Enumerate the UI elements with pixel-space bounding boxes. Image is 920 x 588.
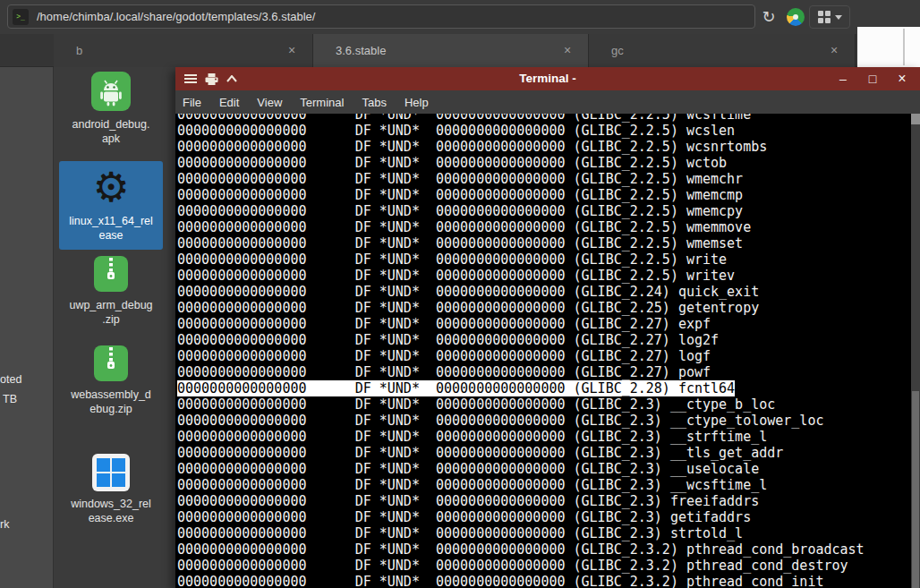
file-label: webassembly_d ebug.zip	[57, 388, 165, 416]
terminal-line: 0000000000000000 DF *UND* 00000000000000…	[177, 574, 911, 588]
menu-edit[interactable]: Edit	[219, 96, 239, 109]
menu-help[interactable]: Help	[405, 96, 429, 109]
terminal-line: 0000000000000000 DF *UND* 00000000000000…	[177, 525, 911, 541]
zip-archive-icon	[91, 344, 131, 383]
tab-3-6-stable[interactable]: 3.6.stable ×	[313, 34, 589, 67]
terminal-line: 0000000000000000 DF *UND* 00000000000000…	[177, 268, 911, 284]
terminal-window-title: Terminal -	[175, 67, 920, 90]
terminal-line: 0000000000000000 DF *UND* 00000000000000…	[177, 251, 911, 268]
terminal-line: 0000000000000000 DF *UND* 00000000000000…	[177, 348, 911, 364]
file-manager-toolbar: >_ ↻	[0, 0, 920, 34]
maximize-button[interactable]: □	[864, 70, 882, 88]
file-label: uwp_arm_debug .zip	[57, 298, 165, 327]
menu-terminal[interactable]: Terminal	[300, 96, 344, 109]
terminal-line: 0000000000000000 DF *UND* 00000000000000…	[177, 332, 911, 348]
tab-label: gc	[611, 44, 624, 57]
background-window-scrollbar	[903, 29, 905, 65]
file-item-linux-x11-64-release[interactable]: linux_x11_64_rel ease	[59, 161, 163, 250]
tab-b[interactable]: b ×	[54, 34, 313, 67]
windows-logo-icon	[91, 453, 131, 492]
window-controls: – □ ×	[834, 67, 911, 90]
desktop-label-fragment: rk	[0, 518, 9, 531]
file-label: android_debug. apk	[57, 117, 165, 146]
terminal-line: 0000000000000000 DF *UND* 00000000000000…	[177, 558, 911, 574]
tab-label: 3.6.stable	[336, 44, 386, 57]
terminal-line: 0000000000000000 DF *UND* 00000000000000…	[177, 316, 911, 332]
tab-close-icon[interactable]: ×	[284, 42, 300, 58]
terminal-output-area: 0000000000000000 DF *UND* 00000000000000…	[175, 114, 911, 588]
terminal-line: 0000000000000000 DF *UND* 00000000000000…	[177, 114, 911, 123]
file-item-android-debug-apk[interactable]: android_debug. apk	[57, 70, 165, 146]
refresh-button[interactable]: ↻	[757, 5, 780, 29]
disk-usage-button[interactable]	[784, 5, 807, 29]
terminal-line: 0000000000000000 DF *UND* 00000000000000…	[177, 477, 911, 493]
terminal-line: 0000000000000000 DF *UND* 00000000000000…	[177, 203, 911, 219]
scroll-up-icon[interactable]	[911, 114, 920, 124]
terminal-scrollbar[interactable]	[911, 114, 920, 588]
file-item-windows-32-release-exe[interactable]: windows_32_rel ease.exe	[57, 453, 165, 525]
tab-label: b	[76, 44, 82, 57]
grid-view-icon	[818, 11, 831, 23]
tab-bar: b × 3.6.stable × gc ×	[0, 34, 857, 67]
view-mode-dropdown[interactable]	[809, 5, 850, 29]
terminal-line: 0000000000000000 DF *UND* 00000000000000…	[177, 364, 911, 380]
terminal-line: 0000000000000000 DF *UND* 00000000000000…	[177, 493, 911, 509]
terminal-titlebar[interactable]: Terminal - – □ ×	[175, 67, 920, 90]
pie-chart-icon	[787, 8, 805, 26]
background-window-corner	[857, 27, 920, 67]
menu-view[interactable]: View	[257, 96, 282, 109]
desktop-strip: oted TB rk	[0, 67, 54, 588]
tab-gc[interactable]: gc ×	[589, 34, 856, 67]
terminal-line: 0000000000000000 DF *UND* 00000000000000…	[177, 139, 911, 155]
highlighted-symbol: 0000000000000000 DF *UND* 00000000000000…	[177, 380, 735, 396]
refresh-icon: ↻	[762, 7, 775, 27]
tab-close-icon[interactable]: ×	[559, 42, 575, 58]
desktop-label-fragment: TB	[3, 393, 17, 405]
location-type-icon: >_	[13, 9, 29, 25]
location-path-input[interactable]	[7, 4, 755, 29]
gear-icon	[59, 165, 163, 209]
scrollbar-thumb[interactable]	[912, 391, 919, 588]
screen: >_ ↻ b × 3.6.stable ×	[0, 0, 920, 588]
file-item-webassembly-debug-zip[interactable]: webassembly_d ebug.zip	[57, 344, 165, 416]
terminal-line: 0000000000000000 DF *UND* 00000000000000…	[177, 445, 911, 461]
menu-file[interactable]: File	[183, 96, 201, 109]
chevron-down-icon	[835, 15, 842, 20]
terminal-window: Terminal - – □ × File Edit View Terminal…	[175, 67, 920, 588]
zip-archive-icon	[91, 254, 131, 294]
terminal-line: 0000000000000000 DF *UND* 00000000000000…	[177, 284, 911, 300]
file-label: linux_x11_64_rel ease	[59, 214, 163, 243]
terminal-line: 0000000000000000 DF *UND* 00000000000000…	[177, 541, 911, 558]
terminal-line: 0000000000000000 DF *UND* 00000000000000…	[177, 123, 911, 139]
terminal-line: 0000000000000000 DF *UND* 00000000000000…	[177, 155, 911, 171]
file-label: windows_32_rel ease.exe	[57, 497, 165, 525]
terminal-line: 0000000000000000 DF *UND* 00000000000000…	[177, 396, 911, 413]
terminal-line: 0000000000000000 DF *UND* 00000000000000…	[177, 461, 911, 477]
terminal-line: 0000000000000000 DF *UND* 00000000000000…	[177, 509, 911, 525]
terminal-menubar: File Edit View Terminal Tabs Help	[175, 90, 920, 114]
terminal-output: 0000000000000000 DF *UND* 00000000000000…	[177, 114, 911, 588]
android-apk-icon	[89, 70, 132, 113]
close-button[interactable]: ×	[893, 70, 911, 88]
terminal-line: 0000000000000000 DF *UND* 00000000000000…	[177, 429, 911, 445]
menu-tabs[interactable]: Tabs	[362, 96, 386, 109]
terminal-line: 0000000000000000 DF *UND* 00000000000000…	[177, 380, 911, 396]
terminal-line: 0000000000000000 DF *UND* 00000000000000…	[177, 187, 911, 203]
tab-close-icon[interactable]: ×	[826, 42, 842, 58]
terminal-line: 0000000000000000 DF *UND* 00000000000000…	[177, 300, 911, 316]
terminal-line: 0000000000000000 DF *UND* 00000000000000…	[177, 171, 911, 187]
file-item-uwp-arm-debug-zip[interactable]: uwp_arm_debug .zip	[57, 254, 165, 327]
terminal-line: 0000000000000000 DF *UND* 00000000000000…	[177, 235, 911, 251]
desktop-label-fragment: oted	[0, 373, 21, 386]
terminal-line: 0000000000000000 DF *UND* 00000000000000…	[177, 219, 911, 235]
minimize-button[interactable]: –	[834, 70, 852, 88]
terminal-line: 0000000000000000 DF *UND* 00000000000000…	[177, 413, 911, 429]
